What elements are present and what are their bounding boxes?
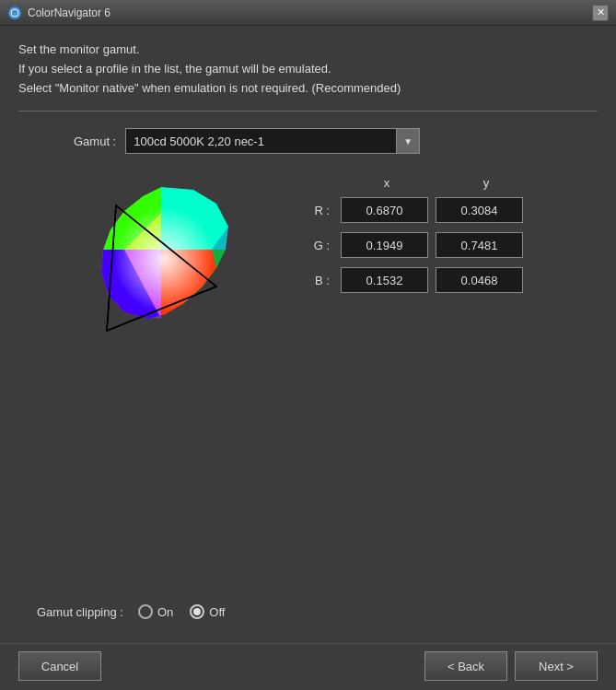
radio-on-circle xyxy=(138,604,153,619)
radio-on-label: On xyxy=(157,605,173,619)
separator xyxy=(18,111,598,111)
description-line3: Select "Monitor native" when emulation i… xyxy=(18,79,598,99)
back-button[interactable]: < Back xyxy=(424,651,507,681)
b-y-input[interactable] xyxy=(436,267,523,293)
title-bar-left: ColorNavigator 6 xyxy=(7,6,110,20)
app-icon xyxy=(7,6,22,20)
values-header-row: x y xyxy=(285,176,532,190)
g-x-input[interactable] xyxy=(341,232,428,258)
values-area: x y R : G : B : xyxy=(285,176,532,302)
next-button[interactable]: Next > xyxy=(515,651,598,681)
radio-option-off[interactable]: Off xyxy=(190,604,225,619)
nav-button-group: < Back Next > xyxy=(424,651,598,681)
values-row-b: B : xyxy=(285,267,532,293)
radio-group-gamut-clipping: On Off xyxy=(138,604,225,619)
r-y-input[interactable] xyxy=(436,197,523,223)
radio-off-circle xyxy=(190,604,204,619)
values-header-y: y xyxy=(440,176,532,190)
r-label: R : xyxy=(285,204,341,217)
values-header-x: x xyxy=(341,176,433,190)
values-row-r: R : xyxy=(285,197,532,223)
svg-point-0 xyxy=(8,6,21,19)
bottom-bar: Cancel < Back Next > xyxy=(0,643,616,690)
values-row-g: G : xyxy=(285,232,532,258)
title-bar: ColorNavigator 6 ✕ xyxy=(0,0,616,26)
main-content: Set the monitor gamut. If you select a p… xyxy=(0,26,616,643)
diagram-values-row: x y R : G : B : xyxy=(18,176,598,351)
description-line2: If you select a profile in the list, the… xyxy=(18,60,598,79)
gamut-select-wrapper: 100cd 5000K 2,20 nec-1 Monitor native sR… xyxy=(125,128,420,154)
b-label: B : xyxy=(285,274,341,287)
gamut-clipping-row: Gamut clipping : On Off xyxy=(18,604,598,619)
gamut-row: Gamut : 100cd 5000K 2,20 nec-1 Monitor n… xyxy=(18,128,598,154)
g-y-input[interactable] xyxy=(436,232,523,258)
gamut-label: Gamut : xyxy=(74,134,116,148)
gamut-clipping-label: Gamut clipping : xyxy=(37,605,123,619)
close-button[interactable]: ✕ xyxy=(592,5,609,21)
radio-option-on[interactable]: On xyxy=(138,604,173,619)
b-x-input[interactable] xyxy=(341,267,428,293)
description-line1: Set the monitor gamut. xyxy=(18,41,598,60)
r-x-input[interactable] xyxy=(341,197,428,223)
values-header-empty xyxy=(285,176,341,190)
cie-diagram xyxy=(74,176,249,351)
cancel-button[interactable]: Cancel xyxy=(18,651,101,681)
description-block: Set the monitor gamut. If you select a p… xyxy=(18,41,598,98)
content-spacer xyxy=(18,351,598,604)
gamut-select[interactable]: 100cd 5000K 2,20 nec-1 Monitor native sR… xyxy=(125,128,420,154)
g-label: G : xyxy=(285,239,341,252)
radio-off-label: Off xyxy=(209,605,225,619)
app-title: ColorNavigator 6 xyxy=(28,6,110,19)
